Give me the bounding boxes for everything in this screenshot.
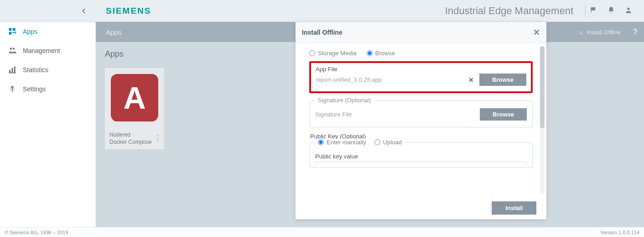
user-icon[interactable] [625, 6, 632, 16]
signature-fieldset: Signature (Optional) Signature File Brow… [309, 100, 533, 127]
svg-rect-3 [9, 32, 12, 35]
browse-signature-button[interactable]: Browse [480, 108, 527, 121]
flag-icon[interactable] [590, 6, 597, 16]
modal-close-button[interactable]: ✕ [533, 27, 540, 37]
apps-icon [8, 27, 16, 36]
sidebar-item-statistics[interactable]: Statistics [0, 60, 95, 79]
svg-rect-4 [13, 32, 14, 33]
svg-point-7 [10, 47, 12, 50]
subheader-title: Apps [96, 28, 121, 36]
svg-point-0 [627, 7, 629, 10]
sidebar-item-label: Settings [23, 85, 46, 93]
app-card[interactable]: A Nodered Docker Compose ⋮ [105, 68, 164, 149]
sidebar-item-label: Apps [23, 28, 37, 35]
svg-rect-2 [13, 28, 16, 31]
modal-scroll-thumb[interactable] [540, 46, 545, 128]
radio-browse[interactable]: Browse [367, 50, 395, 57]
main-area: Apps Install Offline ? Apps A No [96, 22, 644, 227]
svg-rect-10 [12, 68, 13, 73]
radio-enter-manually-input[interactable] [318, 139, 324, 145]
footer-version: Version 1.0.0.114 [600, 230, 639, 235]
radio-upload-label: Upload [383, 139, 402, 146]
statistics-icon [8, 66, 16, 74]
modal-body: Storage Media Browse App File report-uni… [296, 43, 546, 197]
sidebar-header [0, 5, 96, 16]
signature-file-label: Signature File [315, 111, 352, 118]
modal-title: Install Offline [302, 29, 343, 36]
brand-logo: SIEMENS [96, 6, 151, 16]
sidebar-item-label: Statistics [23, 66, 48, 74]
sidebar-item-label: Management [23, 47, 60, 54]
sidebar-item-settings[interactable]: Settings [0, 79, 95, 99]
app-name: Nodered [109, 131, 161, 138]
download-icon [578, 29, 584, 35]
radio-upload-input[interactable] [374, 139, 380, 145]
svg-point-8 [13, 47, 15, 50]
radio-storage-media[interactable]: Storage Media [309, 50, 357, 57]
install-offline-button[interactable]: Install Offline [573, 29, 626, 36]
radio-browse-input[interactable] [367, 50, 373, 56]
apps-heading: Apps [105, 49, 198, 59]
radio-storage-media-label: Storage Media [318, 50, 357, 57]
page-title: Industrial Edge Management [445, 5, 581, 17]
app-card-menu-button[interactable]: ⋮ [154, 133, 161, 143]
app-subtitle: Docker Compose [109, 138, 161, 146]
signature-legend: Signature (Optional) [315, 97, 374, 104]
install-button[interactable]: Install [492, 201, 536, 215]
modal-header: Install Offline ✕ [296, 22, 546, 43]
sidebar-collapse-button[interactable] [78, 5, 89, 16]
apps-panel: Apps A Nodered Docker Compose ⋮ [96, 42, 198, 227]
svg-rect-9 [9, 70, 10, 73]
radio-enter-manually[interactable]: Enter manually [318, 139, 366, 146]
app-file-name: report-unified_3.0.28.app [316, 75, 463, 84]
header-divider [585, 5, 586, 17]
management-icon [8, 47, 16, 55]
modal-footer: Install [296, 197, 546, 219]
radio-upload[interactable]: Upload [374, 139, 402, 146]
settings-icon [8, 85, 16, 93]
app-tile: A [105, 68, 164, 127]
browse-app-file-button[interactable]: Browse [479, 74, 526, 86]
sidebar-item-management[interactable]: Management [0, 41, 95, 60]
app-header: SIEMENS Industrial Edge Management [0, 0, 644, 22]
source-radio-group: Storage Media Browse [309, 50, 533, 57]
modal-scrollbar[interactable] [540, 46, 545, 194]
install-offline-label: Install Offline [587, 29, 621, 36]
radio-storage-media-input[interactable] [309, 50, 315, 56]
public-key-textarea[interactable] [315, 162, 527, 164]
radio-browse-label: Browse [375, 50, 395, 57]
public-key-fieldset: Enter manually Upload Public key value [309, 142, 533, 168]
app-meta: Nodered Docker Compose ⋮ [105, 127, 164, 149]
clear-app-file-button[interactable]: ✕ [467, 76, 476, 84]
svg-rect-11 [14, 67, 16, 73]
svg-rect-12 [9, 73, 16, 74]
public-key-value-label: Public key value [315, 153, 527, 160]
footer: © Siemens AG, 1996 – 2019 Version 1.0.0.… [0, 227, 644, 237]
help-button[interactable]: ? [626, 27, 644, 37]
app-icon: A [111, 74, 158, 121]
svg-rect-1 [9, 28, 12, 31]
svg-rect-6 [15, 32, 16, 34]
footer-copyright: © Siemens AG, 1996 – 2019 [5, 230, 68, 235]
sidebar-item-apps[interactable]: Apps [0, 22, 95, 41]
app-file-label: App File [316, 66, 526, 73]
radio-enter-manually-label: Enter manually [327, 139, 366, 146]
app-file-group-highlighted: App File report-unified_3.0.28.app ✕ Bro… [309, 61, 533, 93]
sidebar: Apps Management Statistics Settings [0, 22, 96, 227]
bell-icon[interactable] [608, 6, 615, 16]
install-offline-modal: Install Offline ✕ Storage Media Browse [296, 22, 546, 219]
